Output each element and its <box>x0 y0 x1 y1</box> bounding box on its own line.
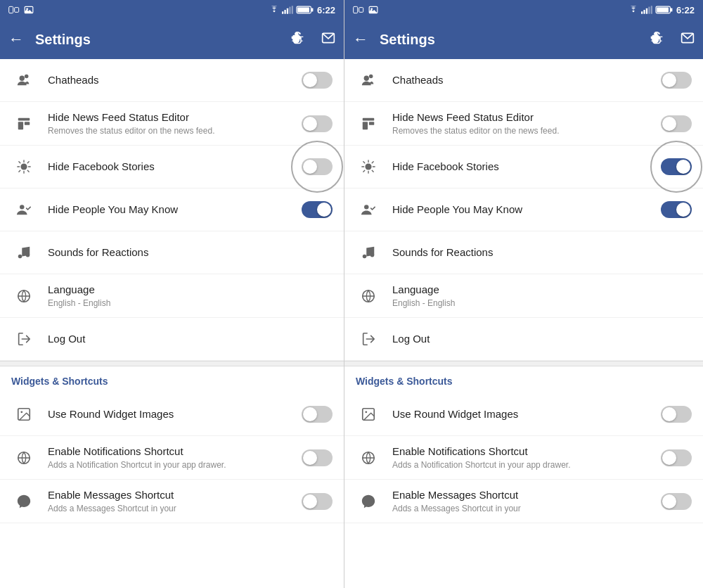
settings-item-hide-people[interactable]: Hide People You May Know <box>0 188 344 231</box>
settings-item-content-hide-people: Hide People You May Know <box>392 203 661 217</box>
svg-point-35 <box>370 8 373 10</box>
toggle-knob-widget-notif-shortcut <box>662 451 676 465</box>
toggle-hide-people[interactable] <box>661 201 692 218</box>
settings-item-subtitle-hide-news-feed: Removes the status editor on the news fe… <box>392 126 661 137</box>
bug-icon[interactable] <box>650 31 664 49</box>
settings-item-logout[interactable]: Log Out <box>344 318 703 361</box>
widget-item-subtitle-notif-shortcut: Adds a Notification Shortcut in your app… <box>392 460 661 471</box>
settings-item-hide-news-feed[interactable]: Hide News Feed Status EditorRemoves the … <box>0 102 344 146</box>
toggle-widget-messages-shortcut[interactable] <box>661 493 692 510</box>
toggle-wrap-hide-people <box>661 201 692 218</box>
toggle-hide-facebook-stories[interactable] <box>661 158 692 175</box>
status-bar: 6:22 <box>344 0 703 20</box>
svg-rect-0 <box>9 6 13 13</box>
toggle-widget-notif-shortcut[interactable] <box>661 449 692 466</box>
svg-point-25 <box>20 205 24 209</box>
toggle-knob-hide-facebook-stories <box>303 160 317 174</box>
back-button[interactable]: ← <box>8 30 24 49</box>
settings-item-title-hide-news-feed: Hide News Feed Status Editor <box>392 110 661 124</box>
widget-item-subtitle-messages-shortcut: Adds a Messages Shortcut in your <box>392 504 661 515</box>
widget-item-content-messages-shortcut: Enable Messages ShortcutAdds a Messages … <box>392 488 661 514</box>
toggle-hide-people[interactable] <box>302 201 333 218</box>
settings-item-title-hide-facebook-stories: Hide Facebook Stories <box>392 160 661 174</box>
toggle-knob-hide-facebook-stories <box>676 160 690 174</box>
widget-item-notif-shortcut[interactable]: Enable Notifications ShortcutAdds a Noti… <box>344 436 703 480</box>
toggle-wrap-chatheads <box>302 72 333 89</box>
widget-item-messages-shortcut[interactable]: Enable Messages ShortcutAdds a Messages … <box>344 480 703 523</box>
settings-item-language[interactable]: LanguageEnglish - English <box>0 274 344 318</box>
section-divider <box>344 361 703 366</box>
widget-item-messages-shortcut[interactable]: Enable Messages ShortcutAdds a Messages … <box>0 480 344 523</box>
toggle-knob-chatheads <box>662 73 676 87</box>
sim-icon <box>8 6 20 14</box>
widget-item-round-widget[interactable]: Use Round Widget Images <box>344 393 703 436</box>
settings-item-hide-facebook-stories[interactable]: Hide Facebook Stories <box>0 146 344 188</box>
settings-item-content-sounds-reactions: Sounds for Reactions <box>48 245 333 260</box>
battery-icon <box>296 6 314 14</box>
toggle-hide-news-feed[interactable] <box>661 115 692 132</box>
mail-icon[interactable] <box>321 31 335 49</box>
settings-item-title-sounds-reactions: Sounds for Reactions <box>48 245 333 260</box>
settings-item-hide-people[interactable]: Hide People You May Know <box>344 188 703 231</box>
settings-item-title-language: Language <box>48 283 333 297</box>
toggle-widget-round-widget[interactable] <box>661 406 692 423</box>
settings-item-chatheads[interactable]: Chatheads <box>344 59 703 102</box>
widget-item-notif-shortcut[interactable]: Enable Notifications ShortcutAdds a Noti… <box>0 436 344 480</box>
status-bar: 6:22 <box>0 0 344 20</box>
status-bar-right: 6:22 <box>628 5 695 15</box>
toggle-wrap-hide-news-feed <box>302 115 333 132</box>
settings-item-title-chatheads: Chatheads <box>392 73 661 87</box>
svg-rect-42 <box>671 8 672 12</box>
settings-item-hide-facebook-stories[interactable]: Hide Facebook Stories <box>344 146 703 188</box>
app-bar: ← Settings <box>0 20 344 59</box>
svg-rect-40 <box>651 6 652 13</box>
wifi-icon <box>269 6 279 14</box>
settings-list: ChatheadsHide News Feed Status EditorRem… <box>344 59 703 588</box>
svg-rect-8 <box>292 6 293 13</box>
toggle-widget-notif-shortcut[interactable] <box>302 449 333 466</box>
settings-item-content-chatheads: Chatheads <box>48 73 302 87</box>
toggle-widget-messages-shortcut[interactable] <box>302 493 333 510</box>
photo-icon <box>24 6 34 14</box>
toggle-hide-facebook-stories[interactable] <box>302 158 333 175</box>
widget-item-round-widget[interactable]: Use Round Widget Images <box>0 393 344 436</box>
settings-item-chatheads[interactable]: Chatheads <box>0 59 344 102</box>
svg-rect-1 <box>15 8 19 13</box>
svg-point-19 <box>20 76 25 81</box>
status-time: 6:22 <box>676 5 695 15</box>
toggle-chatheads[interactable] <box>661 72 692 89</box>
svg-point-3 <box>26 8 28 10</box>
svg-rect-5 <box>284 10 285 14</box>
status-bar-left <box>8 6 34 14</box>
toggle-widget-round-widget[interactable] <box>302 406 333 423</box>
phone-panel-left: 6:22 ← Settings ChatheadsHide News Feed … <box>0 0 344 588</box>
news-feed-icon <box>11 111 37 136</box>
settings-item-language[interactable]: LanguageEnglish - English <box>344 274 703 318</box>
settings-item-title-hide-news-feed: Hide News Feed Status Editor <box>48 110 302 124</box>
mail-icon[interactable] <box>681 31 695 49</box>
svg-point-59 <box>370 253 375 257</box>
back-button[interactable]: ← <box>353 30 368 49</box>
settings-item-sounds-reactions[interactable]: Sounds for Reactions <box>344 231 703 274</box>
bug-icon[interactable] <box>290 31 304 49</box>
svg-rect-4 <box>282 11 283 13</box>
widget-item-content-round-widget: Use Round Widget Images <box>48 407 302 421</box>
news-feed-icon <box>356 111 381 136</box>
toggle-highlight-hide-facebook-stories <box>661 158 692 175</box>
signal-icon <box>641 6 652 14</box>
widget-item-content-notif-shortcut: Enable Notifications ShortcutAdds a Noti… <box>392 445 661 471</box>
svg-rect-6 <box>287 8 288 14</box>
settings-item-sounds-reactions[interactable]: Sounds for Reactions <box>0 231 344 274</box>
settings-item-hide-news-feed[interactable]: Hide News Feed Status EditorRemoves the … <box>344 102 703 146</box>
people-icon <box>356 197 381 222</box>
language-icon <box>11 283 37 309</box>
toggle-hide-news-feed[interactable] <box>302 115 333 132</box>
widget-icon-round-widget <box>356 402 381 427</box>
settings-item-logout[interactable]: Log Out <box>0 318 344 361</box>
people-icon <box>11 197 37 222</box>
settings-item-content-hide-news-feed: Hide News Feed Status EditorRemoves the … <box>48 110 302 136</box>
svg-rect-21 <box>18 117 30 120</box>
svg-point-62 <box>365 411 367 414</box>
toggle-chatheads[interactable] <box>302 72 333 89</box>
settings-item-subtitle-language: English - English <box>392 298 692 309</box>
